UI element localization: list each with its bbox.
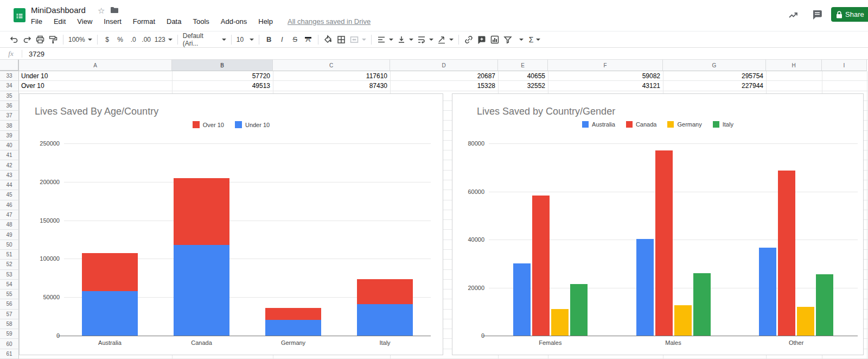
cell-E33[interactable]: 40655 — [498, 71, 545, 81]
paint-format-button[interactable] — [47, 33, 60, 46]
column-header-F[interactable]: F — [548, 60, 663, 71]
cell-E34[interactable]: 32552 — [498, 81, 545, 91]
row-header-48[interactable]: 48 — [0, 220, 19, 230]
insert-link-button[interactable] — [462, 33, 475, 46]
column-header-E[interactable]: E — [498, 60, 548, 71]
fill-color-button[interactable] — [322, 33, 335, 46]
menu-help[interactable]: Help — [258, 17, 273, 26]
row-header-58[interactable]: 58 — [0, 319, 19, 329]
text-wrap-button[interactable] — [415, 33, 435, 46]
column-header-G[interactable]: G — [663, 60, 766, 71]
chart-card-country-gender[interactable]: Lives Saved by Country/GenderAustraliaCa… — [452, 93, 864, 355]
select-all-corner[interactable] — [0, 60, 19, 71]
row-header-36[interactable]: 36 — [0, 101, 19, 111]
menu-file[interactable]: File — [31, 17, 42, 26]
cell-B33[interactable]: 57720 — [172, 71, 270, 81]
column-header-B[interactable]: B — [172, 60, 273, 71]
row-header-39[interactable]: 39 — [0, 131, 19, 141]
row-header-42[interactable]: 42 — [0, 160, 19, 170]
folder-icon[interactable] — [110, 7, 119, 14]
document-title[interactable]: MiniDashboard — [31, 5, 86, 15]
row-header-52[interactable]: 52 — [0, 260, 19, 269]
decrease-decimal-button[interactable]: .0 — [127, 33, 140, 46]
menu-format[interactable]: Format — [133, 17, 155, 26]
explore-trend-icon[interactable] — [788, 10, 799, 21]
row-header-47[interactable]: 47 — [0, 210, 19, 220]
bold-button[interactable]: B — [263, 33, 276, 46]
cell-C33[interactable]: 117610 — [273, 71, 387, 81]
format-percent-button[interactable]: % — [114, 33, 127, 46]
cell-F34[interactable]: 43121 — [548, 81, 660, 91]
cell-C34[interactable]: 87430 — [273, 81, 387, 91]
horizontal-align-button[interactable] — [375, 33, 395, 46]
row-header-51[interactable]: 51 — [0, 250, 19, 260]
row-header-50[interactable]: 50 — [0, 240, 19, 250]
cell-G34[interactable]: 227944 — [663, 81, 763, 91]
column-header-D[interactable]: D — [390, 60, 498, 71]
row-header-45[interactable]: 45 — [0, 190, 19, 200]
insert-comment-button[interactable] — [475, 33, 488, 46]
menu-data[interactable]: Data — [167, 17, 181, 26]
column-header-I[interactable]: I — [822, 60, 867, 71]
borders-button[interactable] — [335, 33, 348, 46]
menu-addons[interactable]: Add-ons — [221, 17, 247, 26]
menu-edit[interactable]: Edit — [54, 17, 66, 26]
column-header-H[interactable]: H — [766, 60, 822, 71]
comment-history-icon[interactable] — [812, 9, 823, 21]
zoom-select[interactable]: 100% — [67, 33, 94, 46]
cell-A34[interactable]: Over 10 — [19, 81, 172, 91]
column-header-A[interactable]: A — [19, 60, 172, 71]
column-header-C[interactable]: C — [273, 60, 390, 71]
row-header-53[interactable]: 53 — [0, 270, 19, 280]
text-rotation-button[interactable] — [435, 33, 455, 46]
increase-decimal-button[interactable]: .00 — [140, 33, 153, 46]
row-header-61[interactable]: 61 — [0, 349, 19, 359]
row-header-49[interactable]: 49 — [0, 230, 19, 240]
font-family-select[interactable]: Default (Ari... — [181, 33, 228, 46]
formula-input[interactable]: 3729 — [22, 50, 868, 58]
row-header-40[interactable]: 40 — [0, 141, 19, 150]
row-header-34[interactable]: 34 — [0, 81, 19, 91]
row-header-37[interactable]: 37 — [0, 111, 19, 121]
vertical-align-button[interactable] — [395, 33, 415, 46]
menu-view[interactable]: View — [77, 17, 92, 26]
sheets-logo-icon[interactable] — [12, 8, 27, 23]
cell-F33[interactable]: 59082 — [548, 71, 660, 81]
redo-button[interactable] — [21, 33, 34, 46]
share-button[interactable]: Share — [831, 7, 868, 22]
format-currency-button[interactable]: $ — [101, 33, 114, 46]
cell-D33[interactable]: 20687 — [390, 71, 495, 81]
row-header-46[interactable]: 46 — [0, 200, 19, 210]
cell-D34[interactable]: 15328 — [390, 81, 495, 91]
star-icon[interactable]: ☆ — [98, 6, 105, 16]
filter-views-button[interactable] — [514, 33, 527, 46]
row-header-54[interactable]: 54 — [0, 280, 19, 289]
row-header-35[interactable]: 35 — [0, 91, 19, 101]
row-header-33[interactable]: 33 — [0, 71, 19, 81]
filter-button[interactable] — [501, 33, 514, 46]
strikethrough-button[interactable]: S — [289, 33, 302, 46]
functions-button[interactable]: Σ — [527, 33, 542, 46]
more-formats-button[interactable]: 123 — [153, 33, 174, 46]
row-header-41[interactable]: 41 — [0, 150, 19, 160]
row-header-44[interactable]: 44 — [0, 180, 19, 190]
undo-button[interactable] — [8, 33, 21, 46]
menu-tools[interactable]: Tools — [193, 17, 209, 26]
row-header-60[interactable]: 60 — [0, 339, 19, 349]
saved-status-link[interactable]: All changes saved in Drive — [288, 17, 371, 26]
row-header-59[interactable]: 59 — [0, 329, 19, 339]
cell-G33[interactable]: 295754 — [663, 71, 763, 81]
cell-A33[interactable]: Under 10 — [19, 71, 172, 81]
row-header-57[interactable]: 57 — [0, 310, 19, 319]
text-color-button[interactable]: A — [302, 33, 315, 46]
print-button[interactable] — [34, 33, 47, 46]
italic-button[interactable]: I — [276, 33, 289, 46]
row-header-56[interactable]: 56 — [0, 299, 19, 309]
insert-chart-button[interactable] — [488, 33, 501, 46]
font-size-select[interactable]: 10 — [235, 33, 256, 46]
row-header-38[interactable]: 38 — [0, 121, 19, 130]
row-header-55[interactable]: 55 — [0, 289, 19, 299]
chart-card-age-country[interactable]: Lives Saved By Age/CountryOver 10Under 1… — [19, 93, 443, 355]
cell-B34[interactable]: 49513 — [172, 81, 270, 91]
menu-insert[interactable]: Insert — [104, 17, 122, 26]
